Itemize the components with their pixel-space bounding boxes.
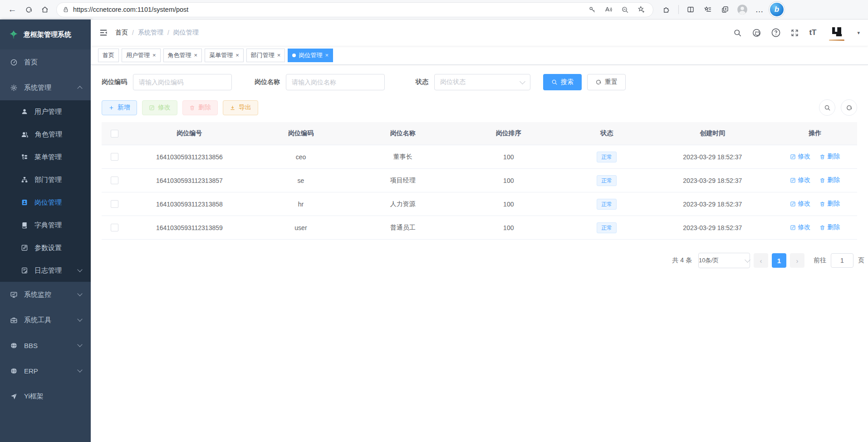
row-checkbox[interactable] bbox=[111, 200, 118, 208]
table-row[interactable]: 1641030593112313856 ceo 董事长 100 正常 2023-… bbox=[102, 145, 857, 169]
row-checkbox[interactable] bbox=[111, 153, 118, 161]
trash-icon bbox=[819, 154, 825, 160]
close-icon[interactable]: × bbox=[235, 52, 239, 58]
delete-button[interactable]: 删除 bbox=[182, 100, 218, 115]
sidebar-item-label: 系统工具 bbox=[24, 316, 51, 324]
collections-button[interactable] bbox=[717, 2, 733, 17]
sidebar-item-dictionary-management[interactable]: 字典管理 bbox=[0, 214, 91, 236]
row-edit-link[interactable]: 修改 bbox=[790, 223, 810, 231]
goto-page-input[interactable] bbox=[831, 253, 853, 268]
close-icon[interactable]: × bbox=[152, 52, 156, 58]
navbar: 首页 / 系统管理 / 岗位管理 tT ▾ bbox=[91, 20, 868, 46]
avatar-underline bbox=[829, 39, 844, 41]
address-bar[interactable]: https://ccnetcore.com:1101/system/post bbox=[56, 2, 653, 17]
close-icon[interactable]: × bbox=[277, 52, 281, 58]
search-button[interactable]: 搜索 bbox=[543, 74, 582, 90]
tab-role-management[interactable]: 角色管理× bbox=[163, 49, 202, 62]
sidebar-item-system-management[interactable]: 系统管理 bbox=[0, 75, 91, 100]
add-button[interactable]: 新增 bbox=[102, 100, 137, 115]
trash-icon bbox=[189, 105, 195, 111]
sidebar-item-yi-framework[interactable]: Yi框架 bbox=[0, 383, 91, 409]
sidebar-item-post-management[interactable]: 岗位管理 bbox=[0, 191, 91, 214]
favorites-button[interactable] bbox=[700, 2, 716, 17]
cell-post-sort: 100 bbox=[456, 192, 561, 216]
row-edit-link[interactable]: 修改 bbox=[790, 200, 810, 208]
reset-button[interactable]: 重置 bbox=[587, 74, 626, 90]
browser-back-button[interactable]: ← bbox=[5, 2, 20, 17]
tab-user-management[interactable]: 用户管理× bbox=[122, 49, 161, 62]
row-edit-link[interactable]: 修改 bbox=[790, 176, 810, 184]
table-row[interactable]: 1641030593112313857 se 项目经理 100 正常 2023-… bbox=[102, 169, 857, 192]
caret-down-icon[interactable]: ▾ bbox=[857, 30, 860, 36]
password-key-button[interactable] bbox=[586, 3, 598, 16]
browser-menu-button[interactable]: … bbox=[752, 2, 767, 17]
sidebar-item-label: Yi框架 bbox=[24, 392, 44, 401]
add-favorite-button[interactable] bbox=[635, 3, 647, 16]
browser-refresh-button[interactable] bbox=[21, 2, 36, 17]
read-aloud-button[interactable] bbox=[602, 3, 615, 16]
row-checkbox[interactable] bbox=[111, 177, 118, 184]
header-search-icon[interactable] bbox=[733, 29, 742, 37]
select-all-checkbox[interactable] bbox=[111, 130, 118, 138]
post-code-input[interactable] bbox=[133, 74, 232, 90]
toggle-search-button[interactable] bbox=[819, 99, 835, 116]
app-logo[interactable]: 意框架管理系统 bbox=[0, 20, 91, 49]
profile-button[interactable] bbox=[735, 2, 750, 17]
row-delete-link[interactable]: 删除 bbox=[819, 200, 840, 208]
row-checkbox[interactable] bbox=[111, 224, 118, 231]
fullscreen-icon[interactable] bbox=[790, 29, 799, 37]
tab-department-management[interactable]: 部门管理× bbox=[246, 49, 285, 62]
sidebar-item-bbs[interactable]: BBS bbox=[0, 333, 91, 358]
sidebar-item-label: 参数设置 bbox=[34, 244, 62, 252]
row-delete-link[interactable]: 删除 bbox=[819, 176, 840, 184]
sidebar-item-parameter-settings[interactable]: 参数设置 bbox=[0, 236, 91, 259]
url-text[interactable]: https://ccnetcore.com:1101/system/post bbox=[73, 6, 582, 13]
row-delete-link[interactable]: 删除 bbox=[819, 223, 840, 231]
split-screen-button[interactable] bbox=[683, 2, 698, 17]
refresh-table-button[interactable] bbox=[841, 99, 857, 116]
sidebar-item-log-management[interactable]: 日志管理 bbox=[0, 259, 91, 282]
breadcrumb-home[interactable]: 首页 bbox=[115, 29, 128, 37]
table-header-row: 岗位编号 岗位编码 岗位名称 岗位排序 状态 创建时间 操作 bbox=[102, 122, 857, 145]
edit-button[interactable]: 修改 bbox=[142, 100, 177, 115]
sidebar-item-department-management[interactable]: 部门管理 bbox=[0, 168, 91, 191]
sidebar-item-user-management[interactable]: 用户管理 bbox=[0, 100, 91, 123]
page-size-select[interactable]: 10条/页 bbox=[698, 253, 750, 268]
bing-chat-button[interactable]: b bbox=[769, 2, 785, 17]
next-page-button[interactable]: › bbox=[790, 253, 804, 268]
sidebar-collapse-button[interactable] bbox=[99, 28, 108, 37]
sidebar-item-home[interactable]: 首页 bbox=[0, 49, 91, 75]
yi-logo-icon bbox=[830, 25, 843, 39]
close-icon[interactable]: × bbox=[325, 52, 329, 58]
close-icon[interactable]: × bbox=[194, 52, 198, 58]
help-icon[interactable] bbox=[771, 28, 780, 37]
tab-post-management[interactable]: 岗位管理× bbox=[288, 49, 333, 62]
page-unit-label: 页 bbox=[858, 256, 864, 265]
sidebar-item-menu-management[interactable]: 菜单管理 bbox=[0, 146, 91, 168]
font-size-icon[interactable]: tT bbox=[809, 28, 816, 37]
status-select[interactable]: 岗位状态 bbox=[434, 74, 530, 90]
tab-home[interactable]: 首页 bbox=[98, 49, 119, 62]
sidebar-item-role-management[interactable]: 角色管理 bbox=[0, 123, 91, 146]
extensions-button[interactable] bbox=[659, 2, 674, 17]
browser-home-button[interactable] bbox=[37, 2, 53, 17]
export-button[interactable]: 导出 bbox=[223, 100, 258, 115]
sidebar-item-system-monitor[interactable]: 系统监控 bbox=[0, 282, 91, 307]
cell-post-code: user bbox=[252, 216, 350, 240]
tab-menu-management[interactable]: 菜单管理× bbox=[205, 49, 244, 62]
prev-page-button[interactable]: ‹ bbox=[754, 253, 768, 268]
row-edit-link[interactable]: 修改 bbox=[790, 152, 810, 161]
table-row[interactable]: 1641030593112313858 hr 人力资源 100 正常 2023-… bbox=[102, 192, 857, 216]
table-row[interactable]: 1641030593112313859 user 普通员工 100 正常 202… bbox=[102, 216, 857, 240]
github-icon[interactable] bbox=[752, 28, 761, 38]
post-name-label: 岗位名称 bbox=[255, 78, 280, 86]
row-delete-link[interactable]: 删除 bbox=[819, 152, 840, 161]
page-number-button[interactable]: 1 bbox=[772, 253, 786, 268]
zoom-button[interactable] bbox=[618, 3, 631, 16]
sidebar-item-erp[interactable]: ERP bbox=[0, 358, 91, 383]
refresh-icon bbox=[846, 104, 853, 111]
delete-button-label: 删除 bbox=[198, 103, 211, 112]
post-name-input[interactable] bbox=[286, 74, 385, 90]
user-avatar[interactable] bbox=[829, 25, 844, 41]
sidebar-item-system-tools[interactable]: 系统工具 bbox=[0, 307, 91, 333]
